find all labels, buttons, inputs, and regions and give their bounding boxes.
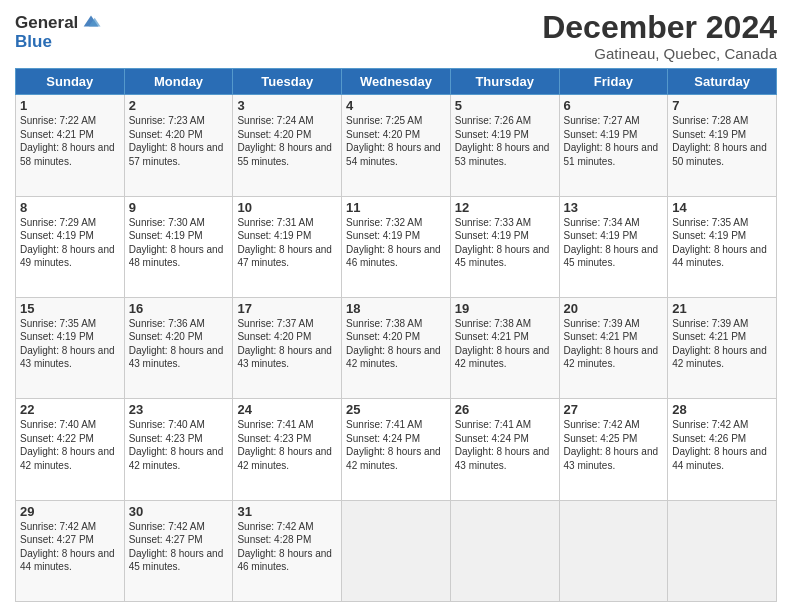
day-number: 24 [237,402,337,417]
table-cell: 1Sunrise: 7:22 AMSunset: 4:21 PMDaylight… [16,95,125,196]
day-info: Sunrise: 7:42 AMSunset: 4:27 PMDaylight:… [20,520,120,574]
table-cell: 6Sunrise: 7:27 AMSunset: 4:19 PMDaylight… [559,95,668,196]
logo-icon [80,10,102,32]
day-info: Sunrise: 7:36 AMSunset: 4:20 PMDaylight:… [129,317,229,371]
day-info: Sunrise: 7:30 AMSunset: 4:19 PMDaylight:… [129,216,229,270]
table-cell: 24Sunrise: 7:41 AMSunset: 4:23 PMDayligh… [233,399,342,500]
day-number: 7 [672,98,772,113]
table-cell: 8Sunrise: 7:29 AMSunset: 4:19 PMDaylight… [16,196,125,297]
day-number: 18 [346,301,446,316]
day-number: 14 [672,200,772,215]
header: General Blue December 2024 Gatineau, Que… [15,10,777,62]
table-cell: 19Sunrise: 7:38 AMSunset: 4:21 PMDayligh… [450,297,559,398]
table-cell: 16Sunrise: 7:36 AMSunset: 4:20 PMDayligh… [124,297,233,398]
day-info: Sunrise: 7:42 AMSunset: 4:28 PMDaylight:… [237,520,337,574]
table-cell: 26Sunrise: 7:41 AMSunset: 4:24 PMDayligh… [450,399,559,500]
table-row: 29Sunrise: 7:42 AMSunset: 4:27 PMDayligh… [16,500,777,601]
day-info: Sunrise: 7:34 AMSunset: 4:19 PMDaylight:… [564,216,664,270]
day-number: 10 [237,200,337,215]
table-cell: 29Sunrise: 7:42 AMSunset: 4:27 PMDayligh… [16,500,125,601]
day-number: 25 [346,402,446,417]
day-info: Sunrise: 7:40 AMSunset: 4:22 PMDaylight:… [20,418,120,472]
day-info: Sunrise: 7:25 AMSunset: 4:20 PMDaylight:… [346,114,446,168]
day-number: 23 [129,402,229,417]
logo-text: General Blue [15,14,102,51]
table-cell: 30Sunrise: 7:42 AMSunset: 4:27 PMDayligh… [124,500,233,601]
table-cell: 4Sunrise: 7:25 AMSunset: 4:20 PMDaylight… [342,95,451,196]
calendar-body: 1Sunrise: 7:22 AMSunset: 4:21 PMDaylight… [16,95,777,602]
day-number: 4 [346,98,446,113]
day-number: 2 [129,98,229,113]
table-cell: 2Sunrise: 7:23 AMSunset: 4:20 PMDaylight… [124,95,233,196]
day-info: Sunrise: 7:38 AMSunset: 4:20 PMDaylight:… [346,317,446,371]
day-info: Sunrise: 7:37 AMSunset: 4:20 PMDaylight:… [237,317,337,371]
day-number: 22 [20,402,120,417]
col-saturday: Saturday [668,69,777,95]
header-row: Sunday Monday Tuesday Wednesday Thursday… [16,69,777,95]
col-sunday: Sunday [16,69,125,95]
table-cell [450,500,559,601]
day-info: Sunrise: 7:23 AMSunset: 4:20 PMDaylight:… [129,114,229,168]
day-info: Sunrise: 7:31 AMSunset: 4:19 PMDaylight:… [237,216,337,270]
day-info: Sunrise: 7:24 AMSunset: 4:20 PMDaylight:… [237,114,337,168]
day-number: 5 [455,98,555,113]
col-friday: Friday [559,69,668,95]
day-number: 11 [346,200,446,215]
col-monday: Monday [124,69,233,95]
table-cell: 9Sunrise: 7:30 AMSunset: 4:19 PMDaylight… [124,196,233,297]
subtitle: Gatineau, Quebec, Canada [542,45,777,62]
day-info: Sunrise: 7:42 AMSunset: 4:25 PMDaylight:… [564,418,664,472]
day-number: 27 [564,402,664,417]
table-cell [559,500,668,601]
day-info: Sunrise: 7:38 AMSunset: 4:21 PMDaylight:… [455,317,555,371]
day-number: 15 [20,301,120,316]
day-number: 31 [237,504,337,519]
table-cell: 12Sunrise: 7:33 AMSunset: 4:19 PMDayligh… [450,196,559,297]
table-cell: 22Sunrise: 7:40 AMSunset: 4:22 PMDayligh… [16,399,125,500]
day-number: 3 [237,98,337,113]
day-info: Sunrise: 7:35 AMSunset: 4:19 PMDaylight:… [20,317,120,371]
day-number: 9 [129,200,229,215]
day-info: Sunrise: 7:41 AMSunset: 4:23 PMDaylight:… [237,418,337,472]
day-info: Sunrise: 7:42 AMSunset: 4:27 PMDaylight:… [129,520,229,574]
table-cell: 5Sunrise: 7:26 AMSunset: 4:19 PMDaylight… [450,95,559,196]
day-number: 29 [20,504,120,519]
day-number: 8 [20,200,120,215]
table-cell: 28Sunrise: 7:42 AMSunset: 4:26 PMDayligh… [668,399,777,500]
day-number: 26 [455,402,555,417]
table-cell: 14Sunrise: 7:35 AMSunset: 4:19 PMDayligh… [668,196,777,297]
day-number: 1 [20,98,120,113]
day-info: Sunrise: 7:35 AMSunset: 4:19 PMDaylight:… [672,216,772,270]
day-info: Sunrise: 7:40 AMSunset: 4:23 PMDaylight:… [129,418,229,472]
table-cell: 10Sunrise: 7:31 AMSunset: 4:19 PMDayligh… [233,196,342,297]
day-info: Sunrise: 7:42 AMSunset: 4:26 PMDaylight:… [672,418,772,472]
table-cell: 20Sunrise: 7:39 AMSunset: 4:21 PMDayligh… [559,297,668,398]
table-row: 22Sunrise: 7:40 AMSunset: 4:22 PMDayligh… [16,399,777,500]
table-row: 15Sunrise: 7:35 AMSunset: 4:19 PMDayligh… [16,297,777,398]
table-cell: 17Sunrise: 7:37 AMSunset: 4:20 PMDayligh… [233,297,342,398]
day-info: Sunrise: 7:41 AMSunset: 4:24 PMDaylight:… [455,418,555,472]
day-number: 20 [564,301,664,316]
logo-blue: Blue [15,33,102,52]
table-cell: 21Sunrise: 7:39 AMSunset: 4:21 PMDayligh… [668,297,777,398]
title-block: December 2024 Gatineau, Quebec, Canada [542,10,777,62]
table-cell: 11Sunrise: 7:32 AMSunset: 4:19 PMDayligh… [342,196,451,297]
logo: General Blue [15,14,102,51]
day-number: 28 [672,402,772,417]
table-row: 8Sunrise: 7:29 AMSunset: 4:19 PMDaylight… [16,196,777,297]
day-number: 30 [129,504,229,519]
calendar: Sunday Monday Tuesday Wednesday Thursday… [15,68,777,602]
day-number: 6 [564,98,664,113]
day-info: Sunrise: 7:33 AMSunset: 4:19 PMDaylight:… [455,216,555,270]
table-cell [668,500,777,601]
logo-general: General [15,14,78,33]
page: General Blue December 2024 Gatineau, Que… [0,0,792,612]
day-info: Sunrise: 7:41 AMSunset: 4:24 PMDaylight:… [346,418,446,472]
table-cell: 18Sunrise: 7:38 AMSunset: 4:20 PMDayligh… [342,297,451,398]
day-info: Sunrise: 7:29 AMSunset: 4:19 PMDaylight:… [20,216,120,270]
table-cell: 3Sunrise: 7:24 AMSunset: 4:20 PMDaylight… [233,95,342,196]
day-info: Sunrise: 7:39 AMSunset: 4:21 PMDaylight:… [564,317,664,371]
day-info: Sunrise: 7:26 AMSunset: 4:19 PMDaylight:… [455,114,555,168]
col-wednesday: Wednesday [342,69,451,95]
day-number: 12 [455,200,555,215]
